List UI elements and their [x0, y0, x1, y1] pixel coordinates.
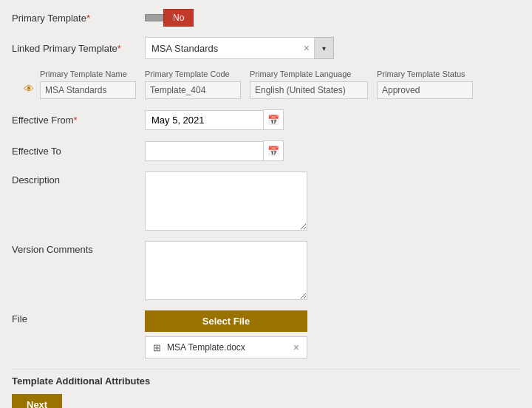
toggle-off-btn[interactable] — [145, 14, 163, 21]
effective-from-star: * — [74, 115, 78, 126]
effective-from-row: Effective From* 📅 — [12, 109, 520, 130]
template-language-field: Primary Template Language — [250, 69, 368, 99]
eye-icon-wrapper: 👁 — [18, 69, 40, 95]
description-label: Description — [12, 171, 145, 186]
linked-template-clear-btn[interactable]: × — [299, 42, 314, 54]
effective-to-date-wrapper: 📅 — [145, 140, 284, 161]
primary-template-label: Primary Template* — [12, 13, 145, 24]
template-name-input[interactable] — [40, 81, 136, 99]
additional-attrs-label: Template Additional Attributes — [12, 375, 520, 387]
template-name-label: Primary Template Name — [40, 69, 136, 78]
template-status-input[interactable] — [377, 81, 473, 99]
template-status-field: Primary Template Status — [377, 69, 473, 99]
description-row: Description — [12, 171, 520, 231]
version-comments-content — [145, 241, 520, 300]
effective-to-calendar-btn[interactable]: 📅 — [263, 140, 284, 161]
template-language-input[interactable] — [250, 81, 368, 99]
eye-icon[interactable]: 👁 — [24, 83, 34, 95]
file-label: File — [12, 310, 145, 324]
file-text: File — [12, 313, 27, 324]
linked-template-dropdown-arrow[interactable]: ▾ — [315, 37, 334, 59]
linked-template-box: MSA Standards × — [145, 37, 315, 59]
template-code-input[interactable] — [145, 81, 241, 99]
file-remove-btn[interactable]: × — [293, 341, 299, 353]
template-code-field: Primary Template Code — [145, 69, 241, 99]
calendar-icon: 📅 — [267, 115, 279, 126]
effective-from-date-wrapper: 📅 — [145, 109, 284, 130]
file-attachment-wrapper: ⊞ MSA Template.docx × — [145, 336, 307, 358]
template-language-label: Primary Template Language — [250, 69, 368, 78]
description-text: Description — [12, 174, 60, 186]
file-name: MSA Template.docx — [167, 342, 287, 353]
file-row: File Select File ⊞ MSA Template.docx × — [12, 310, 520, 358]
effective-from-calendar-btn[interactable]: 📅 — [263, 109, 284, 130]
linked-template-dropdown-wrapper: MSA Standards × ▾ — [145, 37, 334, 59]
effective-to-content: 📅 — [145, 140, 520, 161]
effective-from-text: Effective From — [12, 115, 74, 126]
file-content-wrapper: Select File ⊞ MSA Template.docx × — [145, 310, 307, 358]
linked-primary-template-row: Linked Primary Template* MSA Standards ×… — [12, 37, 520, 59]
effective-to-input[interactable] — [145, 141, 263, 161]
effective-to-text: Effective To — [12, 146, 61, 157]
effective-from-label: Effective From* — [12, 115, 145, 126]
description-content — [145, 171, 520, 231]
linked-primary-template-content: MSA Standards × ▾ — [145, 37, 520, 59]
additional-attrs-section: Template Additional Attributes — [12, 375, 520, 387]
form-container: Primary Template* No Linked Primary Temp… — [0, 0, 532, 408]
select-file-btn[interactable]: Select File — [145, 310, 307, 332]
linked-required-star: * — [117, 43, 121, 54]
toggle-group: No — [145, 9, 194, 27]
template-fields-group: Primary Template Name Primary Template C… — [40, 69, 520, 99]
version-comments-row: Version Comments — [12, 241, 520, 300]
toggle-no-btn[interactable]: No — [163, 9, 194, 27]
template-code-label: Primary Template Code — [145, 69, 241, 78]
linked-primary-template-text: Linked Primary Template — [12, 43, 117, 54]
effective-to-label: Effective To — [12, 146, 145, 157]
linked-template-value: MSA Standards — [146, 43, 299, 54]
template-info-row: 👁 Primary Template Name Primary Template… — [12, 69, 520, 99]
next-button[interactable]: Next — [12, 394, 62, 408]
dropdown-arrow-icon: ▾ — [322, 44, 326, 52]
next-btn-wrapper: Next — [12, 394, 520, 408]
description-textarea[interactable] — [145, 171, 307, 231]
effective-to-calendar-icon: 📅 — [267, 146, 279, 157]
file-doc-icon: ⊞ — [153, 342, 161, 353]
effective-to-row: Effective To 📅 — [12, 140, 520, 161]
template-status-label: Primary Template Status — [377, 69, 473, 78]
primary-template-text: Primary Template — [12, 13, 86, 24]
section-divider — [12, 369, 520, 370]
linked-primary-template-label: Linked Primary Template* — [12, 43, 145, 54]
template-name-field: Primary Template Name — [40, 69, 136, 99]
primary-template-content: No — [145, 9, 520, 27]
required-star: * — [86, 13, 90, 24]
version-comments-label: Version Comments — [12, 241, 145, 255]
effective-from-input[interactable] — [145, 110, 263, 130]
version-comments-textarea[interactable] — [145, 241, 307, 300]
primary-template-row: Primary Template* No — [12, 9, 520, 27]
file-content: Select File ⊞ MSA Template.docx × — [145, 310, 520, 358]
effective-from-content: 📅 — [145, 109, 520, 130]
version-comments-text: Version Comments — [12, 244, 93, 255]
